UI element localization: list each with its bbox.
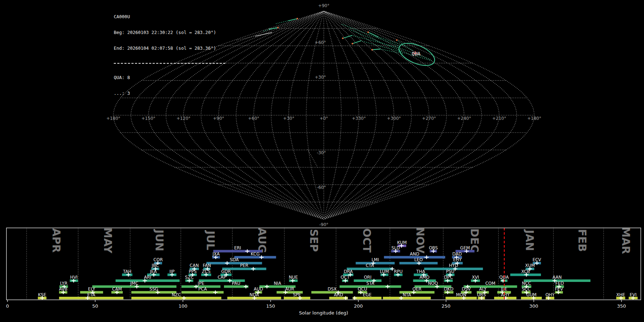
x-tick-label: 50 bbox=[92, 303, 98, 309]
trail-solid bbox=[352, 41, 361, 44]
shower-code-label: XCB bbox=[521, 269, 530, 274]
lon-label: +90° bbox=[213, 116, 224, 121]
shower-code-label: NIA bbox=[274, 281, 282, 286]
month-label: OCT bbox=[361, 228, 373, 253]
shower-code-label: ORI bbox=[364, 275, 371, 280]
x-tick-label: 150 bbox=[266, 303, 275, 309]
month-labels: APRMAYJUNJULAUGSEPOCTNOVDECJANFEBMAR bbox=[50, 227, 633, 254]
shower-code-label: GEM bbox=[460, 245, 470, 250]
lon-label: +150° bbox=[141, 116, 155, 121]
shower-code-label: TAH bbox=[123, 269, 132, 274]
month-label: JUL bbox=[204, 230, 217, 250]
trail-start-dot bbox=[352, 43, 353, 45]
x-axis: 050100150200250300350Solar longitude (de… bbox=[6, 300, 626, 316]
lon-label: +330° bbox=[352, 116, 366, 121]
shower-bar bbox=[383, 297, 431, 299]
info-panel: CA000U Beg: 20260103 22:30:22 (sol = 283… bbox=[114, 4, 225, 106]
shower-code-label: JPE bbox=[197, 281, 204, 286]
shower-bar bbox=[311, 291, 353, 294]
sporadic-count: ...: 3 bbox=[114, 91, 225, 96]
month-label: JAN bbox=[523, 229, 536, 251]
trail-start-dot bbox=[297, 18, 298, 20]
app-canvas: +90°+60°+30°-30°-60°-90°+180°+150°+120°+… bbox=[0, 0, 644, 322]
lat-label: -60° bbox=[317, 185, 326, 190]
lat-label: +30° bbox=[315, 75, 326, 80]
x-tick-label: 100 bbox=[179, 303, 187, 309]
lon-label: +120° bbox=[176, 116, 190, 121]
shower-code-label: DSX bbox=[328, 287, 337, 292]
month-label: MAR bbox=[620, 227, 632, 254]
shower-code-label: ELY bbox=[88, 287, 96, 292]
shower-bar bbox=[59, 297, 123, 299]
lon-label: +60° bbox=[248, 116, 259, 121]
shower-code-label: GUM bbox=[526, 292, 536, 297]
shower-code-label: STA bbox=[366, 281, 375, 286]
trail-start-dot bbox=[342, 38, 344, 39]
shower-bar bbox=[521, 297, 542, 299]
meridian-line bbox=[324, 11, 447, 219]
sporadic-trail bbox=[255, 33, 272, 36]
shower-code-label: HYD bbox=[449, 263, 458, 268]
shower-code-label: DKD bbox=[444, 287, 453, 292]
shower-code-label: OCU bbox=[358, 287, 367, 292]
lon-label: +180° bbox=[527, 116, 541, 121]
timeline-border bbox=[6, 228, 641, 300]
trail-start-dot bbox=[396, 39, 398, 41]
shower-bar bbox=[131, 291, 176, 294]
month-label: APR bbox=[50, 228, 63, 253]
shower-code-label: NZC bbox=[172, 292, 181, 297]
trail-start-dot bbox=[367, 31, 369, 33]
shower-bar bbox=[116, 279, 180, 282]
shower-code-label: FAN bbox=[203, 263, 211, 268]
shower-code-label: PER bbox=[240, 263, 248, 268]
lat-label: +90° bbox=[318, 3, 329, 8]
trail-solid bbox=[372, 49, 380, 50]
shower-code-label: LEO bbox=[414, 257, 423, 262]
lon-label: +210° bbox=[492, 116, 506, 121]
shower-code-label: EGE bbox=[363, 292, 371, 297]
shower-code-label: KUM bbox=[397, 240, 407, 245]
shower-bar bbox=[131, 297, 221, 299]
shower-code-label: LUM bbox=[380, 269, 389, 274]
month-label: NOV bbox=[414, 227, 426, 254]
meteor-trails bbox=[237, 18, 432, 167]
shower-code-label: ETA bbox=[87, 292, 96, 297]
lat-label: -30° bbox=[317, 150, 326, 155]
lon-label: +240° bbox=[457, 116, 471, 121]
shower-bar bbox=[464, 286, 517, 288]
shower-code-label: DAD bbox=[452, 252, 462, 257]
shower-labels: KSELYRAVBETAHVIELYJMCCAMARITAHSSGNZCJEAJ… bbox=[38, 240, 636, 297]
shower-code-label: ERI bbox=[234, 245, 241, 250]
radiant-code-label: QUA bbox=[412, 51, 420, 57]
x-tick-label: 250 bbox=[441, 303, 450, 309]
lon-label: +270° bbox=[422, 116, 436, 121]
trail-dotted bbox=[276, 21, 288, 24]
plot-canvas: +90°+60°+30°-30°-60°-90°+180°+150°+120°+… bbox=[0, 0, 644, 322]
shower-code-label: NOO bbox=[428, 281, 438, 286]
x-tick-label: 300 bbox=[529, 303, 538, 309]
shower-code-label: KCG bbox=[251, 252, 260, 257]
sporadic-trail-dotted bbox=[237, 36, 255, 40]
shower-code-label: NTA bbox=[402, 292, 411, 297]
x-tick-label: 200 bbox=[354, 303, 363, 309]
month-label: FEB bbox=[576, 229, 589, 252]
shower-code-label: AMO bbox=[419, 275, 429, 280]
x-tick-label: 0 bbox=[6, 303, 9, 309]
shower-bar bbox=[353, 297, 381, 299]
station-id: CA000U bbox=[114, 14, 225, 20]
shower-code-label: MON bbox=[456, 292, 467, 297]
shower-code-label: AAN bbox=[552, 275, 562, 280]
shower-code-label: AND bbox=[410, 252, 419, 257]
shower-code-label: PAU bbox=[232, 281, 240, 286]
shower-code-label: SSG bbox=[150, 287, 158, 292]
shower-count: QUA: 8 bbox=[114, 75, 225, 80]
shower-code-label: OHY bbox=[545, 292, 555, 297]
lon-label: +300° bbox=[387, 116, 401, 121]
shower-code-label: DRA bbox=[344, 269, 353, 274]
x-tick-label: 350 bbox=[617, 303, 626, 309]
month-label: SEP bbox=[308, 229, 320, 252]
shower-code-label: LYR bbox=[60, 281, 68, 286]
month-label: MAY bbox=[102, 228, 114, 254]
end-time: End: 20260104 02:07:58 (sol = 283.36°) bbox=[114, 46, 225, 51]
lon-label: +0° bbox=[319, 116, 328, 121]
